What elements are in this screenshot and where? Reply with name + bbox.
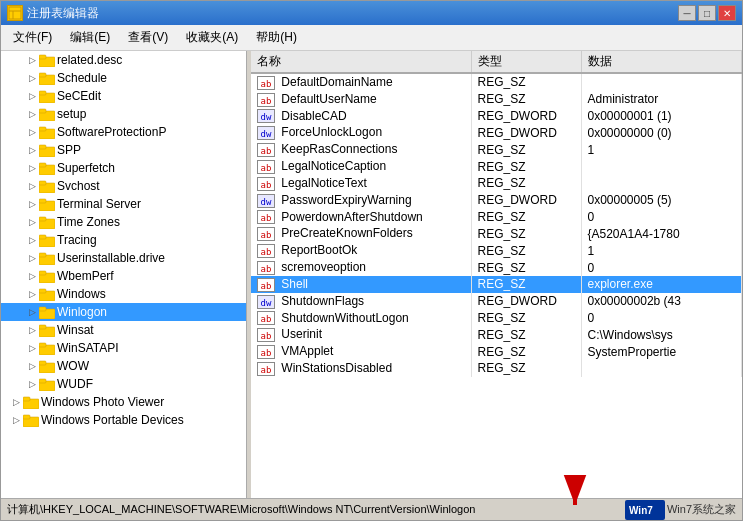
expand-icon[interactable]: ▷ <box>25 161 39 175</box>
folder-icon <box>39 88 55 104</box>
expand-icon[interactable]: ▷ <box>25 215 39 229</box>
expand-icon[interactable]: ▷ <box>25 71 39 85</box>
entry-data: C:\Windows\sys <box>581 326 742 343</box>
tree-item-label: Winlogon <box>55 305 107 319</box>
table-row[interactable]: ab DefaultUserName REG_SZ Administrator <box>251 91 742 108</box>
tree-item[interactable]: ▷ Winsat <box>1 321 246 339</box>
table-row[interactable]: ab Shell REG_SZ explorer.exe <box>251 276 742 293</box>
table-row[interactable]: ab PowerdownAfterShutdown REG_SZ 0 <box>251 209 742 226</box>
svg-rect-44 <box>23 415 30 419</box>
table-row[interactable]: dw PasswordExpiryWarning REG_DWORD 0x000… <box>251 192 742 209</box>
expand-icon[interactable]: ▷ <box>9 413 23 427</box>
menu-help[interactable]: 帮助(H) <box>248 27 305 48</box>
expand-icon[interactable]: ▷ <box>25 323 39 337</box>
entry-type: REG_SZ <box>471 276 581 293</box>
entry-type: REG_SZ <box>471 343 581 360</box>
entry-data <box>581 73 742 91</box>
folder-icon <box>39 304 55 320</box>
table-row[interactable]: dw DisableCAD REG_DWORD 0x00000001 (1) <box>251 108 742 125</box>
tree-item[interactable]: ▷ SPP <box>1 141 246 159</box>
arrow-indicator <box>535 475 615 515</box>
table-row[interactable]: dw ForceUnlockLogon REG_DWORD 0x00000000… <box>251 124 742 141</box>
table-row[interactable]: ab DefaultDomainName REG_SZ <box>251 73 742 91</box>
table-row[interactable]: ab scremoveoption REG_SZ 0 <box>251 259 742 276</box>
folder-icon <box>39 340 55 356</box>
detail-pane: 名称 类型 数据 ab DefaultDomainName REG_SZ ab … <box>251 51 742 498</box>
tree-item-label: Winsat <box>55 323 94 337</box>
entry-data <box>581 158 742 175</box>
tree-item[interactable]: ▷ Svchost <box>1 177 246 195</box>
tree-item-label: Userinstallable.drive <box>55 251 165 265</box>
tree-item[interactable]: ▷ Userinstallable.drive <box>1 249 246 267</box>
col-header-data[interactable]: 数据 <box>581 51 742 73</box>
expand-icon[interactable]: ▷ <box>25 233 39 247</box>
table-row[interactable]: ab ShutdownWithoutLogon REG_SZ 0 <box>251 310 742 327</box>
svg-rect-6 <box>39 73 46 77</box>
tree-item[interactable]: ▷ WUDF <box>1 375 246 393</box>
expand-icon[interactable]: ▷ <box>25 89 39 103</box>
tree-item[interactable]: ▷ Schedule <box>1 69 246 87</box>
entry-name: ab KeepRasConnections <box>251 141 471 158</box>
detail-scroll[interactable]: 名称 类型 数据 ab DefaultDomainName REG_SZ ab … <box>251 51 742 498</box>
table-row[interactable]: dw ShutdownFlags REG_DWORD 0x00000002b (… <box>251 293 742 310</box>
folder-icon <box>39 70 55 86</box>
tree-item[interactable]: ▷ Winlogon <box>1 303 246 321</box>
expand-icon[interactable]: ▷ <box>25 143 39 157</box>
table-row[interactable]: ab PreCreateKnownFolders REG_SZ {A520A1A… <box>251 225 742 242</box>
entry-type: REG_SZ <box>471 73 581 91</box>
tree-item-label: Time Zones <box>55 215 120 229</box>
expand-icon[interactable]: ▷ <box>25 125 39 139</box>
tree-item[interactable]: ▷ Superfetch <box>1 159 246 177</box>
menu-favorites[interactable]: 收藏夹(A) <box>178 27 246 48</box>
tree-item[interactable]: ▷ Tracing <box>1 231 246 249</box>
table-row[interactable]: ab ReportBootOk REG_SZ 1 <box>251 242 742 259</box>
table-row[interactable]: ab VMApplet REG_SZ SystemPropertie <box>251 343 742 360</box>
col-header-name[interactable]: 名称 <box>251 51 471 73</box>
expand-icon[interactable]: ▷ <box>25 341 39 355</box>
expand-icon[interactable]: ▷ <box>25 197 39 211</box>
tree-item[interactable]: ▷ Windows <box>1 285 246 303</box>
expand-icon[interactable]: ▷ <box>9 395 23 409</box>
minimize-button[interactable]: ─ <box>678 5 696 21</box>
table-row[interactable]: ab KeepRasConnections REG_SZ 1 <box>251 141 742 158</box>
tree-item[interactable]: ▷ Windows Portable Devices <box>1 411 246 429</box>
col-header-type[interactable]: 类型 <box>471 51 581 73</box>
menu-edit[interactable]: 编辑(E) <box>62 27 118 48</box>
tree-item[interactable]: ▷ setup <box>1 105 246 123</box>
tree-item-label: Windows <box>55 287 106 301</box>
expand-icon[interactable]: ▷ <box>25 107 39 121</box>
entry-name: ab scremoveoption <box>251 259 471 276</box>
expand-icon[interactable]: ▷ <box>25 305 39 319</box>
expand-icon[interactable]: ▷ <box>25 53 39 67</box>
table-row[interactable]: ab Userinit REG_SZ C:\Windows\sys <box>251 326 742 343</box>
expand-icon[interactable]: ▷ <box>25 179 39 193</box>
table-row[interactable]: ab LegalNoticeCaption REG_SZ <box>251 158 742 175</box>
tree-item[interactable]: ▷ SoftwareProtectionP <box>1 123 246 141</box>
expand-icon[interactable]: ▷ <box>25 377 39 391</box>
tree-item[interactable]: ▷ WinSATAPI <box>1 339 246 357</box>
entry-type: REG_SZ <box>471 259 581 276</box>
tree-item[interactable]: ▷ WOW <box>1 357 246 375</box>
tree-item[interactable]: ▷ Terminal Server <box>1 195 246 213</box>
tree-item-label: WUDF <box>55 377 93 391</box>
app-icon <box>7 5 23 21</box>
menu-view[interactable]: 查看(V) <box>120 27 176 48</box>
maximize-button[interactable]: □ <box>698 5 716 21</box>
tree-item[interactable]: ▷ WbemPerf <box>1 267 246 285</box>
menu-file[interactable]: 文件(F) <box>5 27 60 48</box>
table-row[interactable]: ab WinStationsDisabled REG_SZ <box>251 360 742 377</box>
tree-item-label: SPP <box>55 143 81 157</box>
close-button[interactable]: ✕ <box>718 5 736 21</box>
svg-rect-12 <box>39 127 46 131</box>
expand-icon[interactable]: ▷ <box>25 251 39 265</box>
tree-item[interactable]: ▷ related.desc <box>1 51 246 69</box>
expand-icon[interactable]: ▷ <box>25 269 39 283</box>
svg-rect-30 <box>39 289 46 293</box>
folder-icon <box>39 250 55 266</box>
expand-icon[interactable]: ▷ <box>25 359 39 373</box>
tree-item[interactable]: ▷ Windows Photo Viewer <box>1 393 246 411</box>
tree-item[interactable]: ▷ Time Zones <box>1 213 246 231</box>
expand-icon[interactable]: ▷ <box>25 287 39 301</box>
tree-item[interactable]: ▷ SeCEdit <box>1 87 246 105</box>
table-row[interactable]: ab LegalNoticeText REG_SZ <box>251 175 742 192</box>
